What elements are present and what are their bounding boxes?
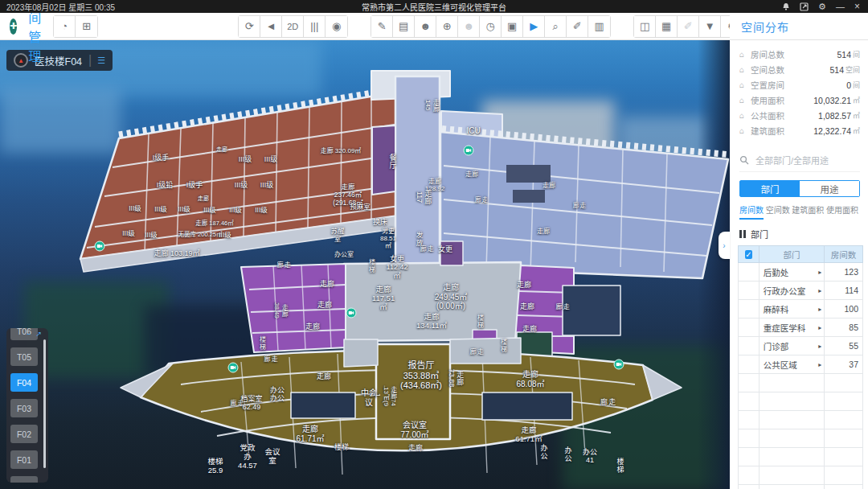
edit-icon[interactable]: ✐ bbox=[567, 16, 588, 37]
stat-label: 建筑面积 bbox=[751, 125, 784, 137]
floor-selector[interactable]: – ↗ T06T05F04F03F02F01B01 bbox=[6, 328, 48, 483]
camera-icon[interactable]: ▶ bbox=[523, 16, 545, 37]
close-icon[interactable]: × bbox=[854, 0, 860, 13]
stat-unit: ㎡ bbox=[853, 125, 860, 136]
camera-marker[interactable] bbox=[464, 146, 474, 156]
dept-count: 114 bbox=[825, 281, 863, 300]
camera-marker[interactable] bbox=[614, 360, 624, 370]
expand-arrow-icon[interactable]: ▸ bbox=[818, 324, 821, 331]
subtab-房间数[interactable]: 房间数 bbox=[739, 203, 764, 220]
col-header-count: 房间数 bbox=[825, 246, 863, 263]
image-flag-icon[interactable]: ▣ bbox=[502, 16, 523, 37]
dept-name-text: 行政办公室 bbox=[764, 285, 806, 297]
reset-view-icon[interactable]: ⟳ bbox=[239, 16, 260, 37]
swatch-cell bbox=[739, 263, 760, 281]
expand-arrow-icon[interactable]: ▸ bbox=[818, 269, 821, 276]
stat-row-3: ⌂使用面积10,032.21㎡ bbox=[739, 92, 860, 108]
stat-row-5: ⌂建筑面积12,322.74㎡ bbox=[739, 123, 860, 138]
dashboard-icon[interactable]: ◫ bbox=[634, 16, 656, 37]
camera-marker[interactable] bbox=[95, 241, 105, 252]
measure-icon[interactable]: ✎ bbox=[371, 16, 393, 37]
camera-marker[interactable] bbox=[346, 308, 357, 318]
table-row[interactable]: 公共区域▸37 bbox=[739, 355, 863, 374]
table-row[interactable]: 门诊部▸55 bbox=[739, 337, 863, 355]
dept-name: 后勤处▸ bbox=[760, 266, 824, 278]
toolbar-group-0: ⟳◄2D|||◉ bbox=[238, 15, 348, 38]
floor-panel-controls[interactable]: – ↗ bbox=[27, 330, 43, 338]
floor-btn-B01[interactable]: B01 bbox=[10, 476, 38, 483]
expand-arrow-icon[interactable]: ▸ bbox=[818, 287, 821, 294]
people-icon[interactable]: ☻ bbox=[415, 16, 436, 37]
floor-btn-F01[interactable]: F01 bbox=[10, 450, 38, 469]
table-row[interactable]: 后勤处▸123 bbox=[739, 263, 863, 281]
dept-name: 行政办公室▸ bbox=[760, 285, 824, 297]
stat-label: 公共面积 bbox=[751, 109, 784, 121]
table-icon[interactable]: ▦ bbox=[656, 16, 678, 37]
table-row[interactable]: 麻醉科▸100 bbox=[739, 300, 863, 318]
table-row-empty bbox=[739, 448, 863, 466]
hospital-logo-icon: ✚ bbox=[10, 18, 17, 35]
scene-3d[interactable]: I级手III级III级走廊走廊 320.09㎡I级铅I级手III级III级走廊I… bbox=[0, 40, 730, 489]
pie-chart-icon[interactable]: ◔ bbox=[54, 16, 76, 37]
minimize-icon[interactable]: — bbox=[836, 0, 845, 13]
divider: | bbox=[88, 53, 92, 68]
subtab-建筑面积[interactable]: 建筑面积 bbox=[792, 203, 824, 220]
select-all-checkbox[interactable]: ✓ bbox=[745, 250, 751, 259]
screenshot-icon[interactable] bbox=[800, 2, 809, 11]
toolbar: ⟳◄2D|||◉✎▤☻⊕☻◷▣▶⌕✐▥◫▦✐▼⚙ bbox=[227, 15, 743, 38]
table-row[interactable]: 行政办公室▸114 bbox=[739, 281, 863, 300]
floor-scrollbar[interactable] bbox=[43, 339, 46, 468]
stat-row-1: ⌂空间总数514空间 bbox=[739, 62, 860, 77]
col-header-dept: 部门 bbox=[759, 246, 824, 263]
dept-count: 123 bbox=[825, 263, 863, 281]
search-tool-icon[interactable]: ⌕ bbox=[545, 16, 567, 37]
search-box[interactable]: 全部部门/全部用途 bbox=[739, 148, 860, 172]
stat-value: 0 bbox=[846, 80, 851, 90]
mode-2d-icon[interactable]: 2D bbox=[282, 16, 304, 37]
app-header: ✚ 空间管理 ◔⊞ ⟳◄2D|||◉✎▤☻⊕☻◷▣▶⌕✐▥◫▦✐▼⚙ bbox=[0, 13, 730, 40]
swatch-cell bbox=[739, 318, 760, 337]
table-row-empty bbox=[739, 485, 863, 489]
dept-cell: 麻醉科▸ bbox=[759, 300, 824, 318]
camera-marker[interactable] bbox=[228, 363, 239, 373]
building-icon: ⌂ bbox=[739, 80, 751, 89]
section-header: 部门 bbox=[739, 228, 858, 240]
visibility-icon[interactable]: ◉ bbox=[326, 16, 347, 37]
expand-arrow-icon[interactable]: ▸ bbox=[818, 361, 821, 368]
floor-explode-icon[interactable]: ||| bbox=[304, 16, 326, 37]
stat-value: 514 bbox=[829, 65, 844, 75]
select-arrow-icon[interactable]: ◄ bbox=[260, 16, 282, 37]
expand-arrow-icon[interactable]: ▸ bbox=[818, 343, 821, 350]
stat-value: 12,322.74 bbox=[813, 126, 851, 136]
table-row[interactable]: 重症医学科▸85 bbox=[739, 318, 863, 337]
stats-icon[interactable]: ▥ bbox=[588, 16, 610, 37]
datetime: 2023年08月02日 星期三 00:35 bbox=[6, 1, 115, 13]
building-label-pill[interactable]: ▲ 医技楼F04 | ☰ bbox=[6, 50, 113, 71]
filter-icon[interactable]: ▼ bbox=[699, 16, 721, 37]
stats-list: ⌂房间总数514间⌂空间总数514空间⌂空置房间0间⌂使用面积10,032.21… bbox=[730, 40, 868, 142]
dept-name-text: 门诊部 bbox=[764, 340, 789, 352]
globe-icon[interactable]: ⊕ bbox=[436, 16, 458, 37]
floorplan[interactable] bbox=[0, 40, 730, 489]
apps-grid-icon[interactable]: ⊞ bbox=[76, 16, 97, 37]
dept-count: 55 bbox=[825, 337, 863, 355]
floor-btn-T05[interactable]: T05 bbox=[10, 347, 38, 366]
panel-collapse-handle[interactable]: › bbox=[719, 232, 730, 259]
tab-department[interactable]: 部门 bbox=[740, 181, 800, 196]
floor-btn-F04[interactable]: F04 bbox=[10, 373, 38, 392]
history-clock-icon[interactable]: ◷ bbox=[480, 16, 502, 37]
subtab-空间数[interactable]: 空间数 bbox=[766, 203, 790, 220]
floor-btn-F03[interactable]: F03 bbox=[10, 399, 38, 417]
stat-label: 房间总数 bbox=[751, 48, 784, 60]
window-title: 常熟市第二人民医院三维可视化管理平台 bbox=[362, 1, 506, 13]
settings-icon[interactable]: ⚙ bbox=[818, 0, 826, 13]
tab-usage[interactable]: 用途 bbox=[800, 181, 859, 196]
floor-btn-F02[interactable]: F02 bbox=[10, 425, 38, 443]
building-icon: ⌂ bbox=[739, 96, 751, 105]
person-track-icon: ☻ bbox=[458, 16, 480, 37]
bell-icon[interactable] bbox=[782, 2, 790, 11]
id-card-icon[interactable]: ▤ bbox=[393, 16, 415, 37]
layers-icon[interactable]: ☰ bbox=[97, 55, 105, 66]
expand-arrow-icon[interactable]: ▸ bbox=[818, 306, 821, 313]
subtab-使用面积[interactable]: 使用面积 bbox=[826, 203, 858, 220]
